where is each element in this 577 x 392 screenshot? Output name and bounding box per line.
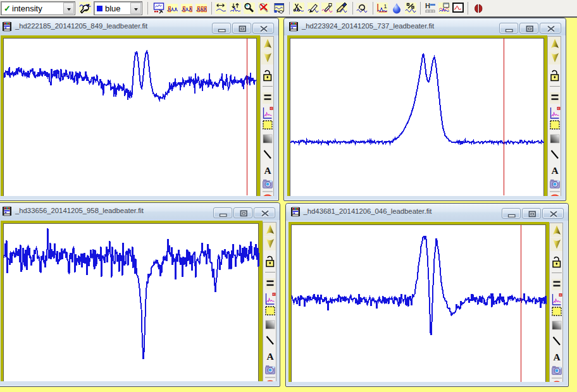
svg-text:c: c [560,293,562,297]
svg-text:A: A [266,351,274,362]
svg-text:H: H [425,3,430,9]
svg-text:c: c [558,106,560,110]
svg-text:1: 1 [384,3,387,9]
svg-text:c: c [273,292,275,296]
svg-text:A: A [551,165,559,176]
svg-text:A: A [264,165,271,176]
svg-text:A: A [553,352,561,362]
svg-text:c: c [271,106,273,110]
